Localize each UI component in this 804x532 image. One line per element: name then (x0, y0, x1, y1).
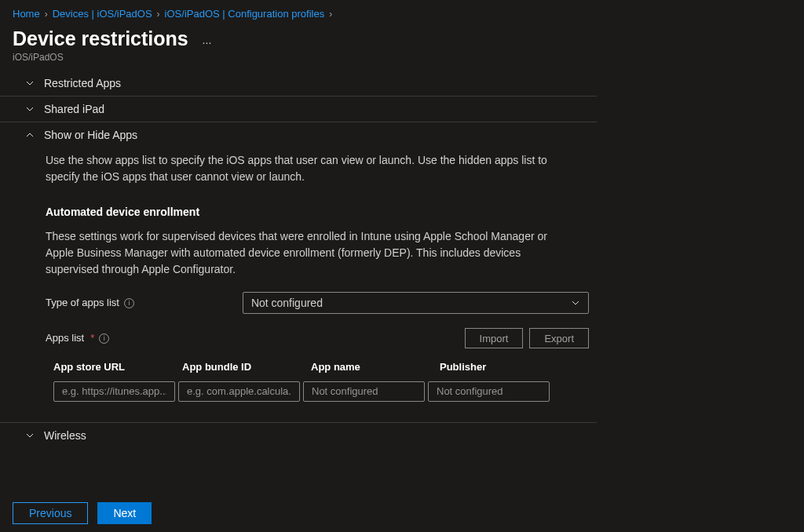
chevron-down-icon (25, 104, 36, 114)
apps-table: App store URL App bundle ID App name Pub… (53, 359, 589, 402)
col-publisher: Publisher (440, 359, 565, 375)
next-button[interactable]: Next (97, 502, 152, 524)
label-text: Apps list (46, 330, 84, 346)
section-header-show-hide[interactable]: Show or Hide Apps (0, 122, 597, 148)
apps-list-label: Apps list * i (46, 330, 243, 346)
breadcrumb-devices[interactable]: Devices | iOS/iPadOS (53, 8, 152, 20)
page-subtitle: iOS/iPadOS (13, 52, 791, 63)
breadcrumb-profiles[interactable]: iOS/iPadOS | Configuration profiles (165, 8, 325, 20)
page-header: Device restrictions ··· iOS/iPadOS (0, 23, 804, 66)
page-title: Device restrictions (13, 27, 188, 50)
previous-button[interactable]: Previous (13, 502, 88, 524)
col-url: App store URL (53, 359, 179, 375)
type-of-apps-list-label: Type of apps list i (46, 295, 243, 311)
chevron-down-icon (571, 298, 580, 308)
section-shared-ipad: Shared iPad (0, 97, 597, 122)
chevron-right-icon: › (329, 9, 332, 20)
app-name-input[interactable] (303, 381, 425, 402)
main-content: Restricted Apps Shared iPad Show or Hide… (0, 66, 597, 448)
col-bundle: App bundle ID (182, 359, 308, 375)
footer-actions: Previous Next (13, 502, 152, 524)
section-label: Shared iPad (44, 103, 104, 115)
import-button[interactable]: Import (465, 328, 524, 348)
select-value: Not configured (251, 295, 323, 312)
apps-list-row: Apps list * i Import Export (46, 328, 589, 348)
app-url-input[interactable] (53, 381, 175, 402)
section-header-restricted-apps[interactable]: Restricted Apps (0, 71, 597, 96)
section-header-wireless[interactable]: Wireless (0, 423, 597, 448)
info-icon[interactable]: i (99, 333, 109, 344)
more-icon[interactable]: ··· (203, 36, 212, 49)
section-restricted-apps: Restricted Apps (0, 71, 597, 97)
col-name: App name (311, 359, 437, 375)
export-button[interactable]: Export (529, 328, 589, 348)
section-wireless: Wireless (0, 423, 597, 448)
apps-actions: Import Export (465, 328, 589, 348)
info-icon[interactable]: i (124, 298, 134, 308)
section-label: Show or Hide Apps (44, 129, 137, 141)
app-bundle-input[interactable] (178, 381, 300, 402)
chevron-down-icon (25, 78, 36, 88)
type-of-apps-list-select[interactable]: Not configured (243, 292, 589, 314)
chevron-right-icon: › (157, 9, 160, 20)
label-text: Type of apps list (46, 295, 119, 311)
table-header: App store URL App bundle ID App name Pub… (53, 359, 589, 375)
section-description: Use the show apps list to specify the iO… (46, 152, 564, 185)
breadcrumb-home[interactable]: Home (13, 8, 40, 20)
section-show-hide-apps: Show or Hide Apps Use the show apps list… (0, 122, 597, 423)
section-body-show-hide: Use the show apps list to specify the iO… (0, 148, 597, 422)
table-row (53, 381, 589, 402)
chevron-down-icon (25, 431, 36, 440)
required-icon: * (90, 330, 94, 346)
form-row-type: Type of apps list i Not configured (46, 292, 589, 314)
subsection-header: Automated device enrollment (46, 204, 589, 220)
app-publisher-input[interactable] (428, 381, 550, 402)
subsection-description: These settings work for supervised devic… (46, 228, 564, 278)
section-label: Restricted Apps (44, 77, 121, 89)
section-label: Wireless (44, 429, 86, 442)
chevron-up-icon (25, 130, 36, 140)
section-header-shared-ipad[interactable]: Shared iPad (0, 97, 597, 122)
chevron-right-icon: › (45, 9, 48, 20)
breadcrumb: Home › Devices | iOS/iPadOS › iOS/iPadOS… (0, 0, 804, 23)
